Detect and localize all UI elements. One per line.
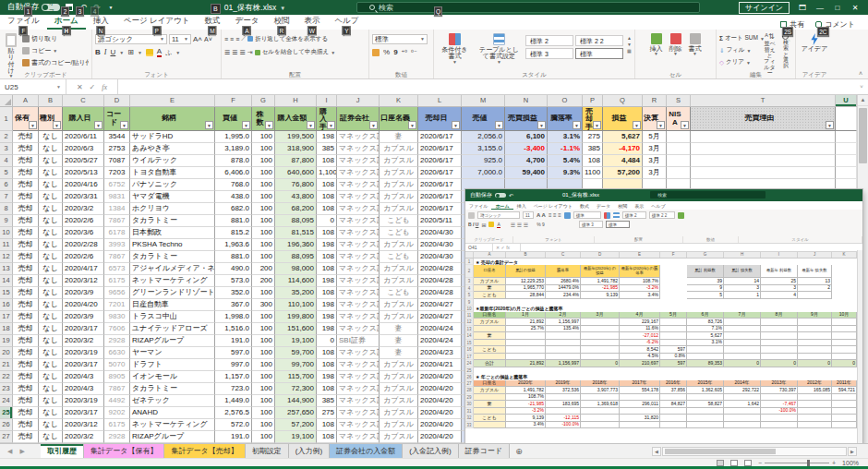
cell[interactable]: 490.0 (215, 263, 252, 275)
cell[interactable]: カブスル (380, 191, 418, 203)
cell[interactable]: 6175 (104, 275, 130, 287)
cell[interactable]: 2020/3/9 (63, 311, 104, 323)
cell[interactable]: 2020/4/27 (418, 311, 462, 323)
ribbon-tab-データ[interactable]: データA (227, 14, 266, 30)
qat-customize-icon[interactable]: ▼ (106, 3, 115, 12)
column-header-T[interactable]: T (691, 95, 836, 106)
cell[interactable]: なし (39, 323, 63, 335)
table-header-銘柄[interactable]: 銘柄▼ (130, 107, 215, 131)
cell[interactable]: なし (39, 335, 63, 347)
column-header-J[interactable]: J (337, 95, 380, 106)
cell[interactable]: ネットマーケティング (130, 419, 215, 431)
cell[interactable]: 100 (252, 371, 275, 383)
cell[interactable]: 売却 (13, 239, 39, 251)
cell[interactable]: ANAHD (130, 407, 215, 419)
cell[interactable]: なし (39, 359, 63, 371)
cell[interactable]: 2,576.5 (215, 407, 252, 419)
cell[interactable]: 1384 (104, 203, 130, 215)
cell[interactable]: 925.0 (462, 155, 505, 167)
cell[interactable]: マネックス証 (337, 419, 380, 431)
cell[interactable]: 2,056.0 (462, 131, 505, 143)
cell[interactable]: なし (39, 311, 63, 323)
italic-icon[interactable]: I (104, 48, 107, 56)
cell[interactable]: 7087 (104, 155, 130, 167)
insert-cells-button[interactable]: 挿入▼ (648, 32, 665, 58)
cell[interactable]: 7203 (104, 167, 130, 179)
cell[interactable]: なし (39, 275, 63, 287)
cell[interactable]: 0 (317, 215, 337, 227)
grow-font-icon[interactable]: A˄ (193, 35, 202, 43)
cell[interactable]: 198 (317, 311, 337, 323)
row-header[interactable]: 27 (0, 431, 13, 443)
cell[interactable]: 2020/3/9 (63, 287, 104, 299)
cell[interactable]: 7867 (104, 383, 130, 395)
close-button[interactable]: ✕ (850, 4, 860, 12)
cell[interactable]: 108 (317, 263, 337, 275)
cell[interactable]: 売却 (13, 155, 39, 167)
cell[interactable]: 売却 (13, 311, 39, 323)
cell[interactable]: 2020/4/28 (418, 263, 462, 275)
cell[interactable]: 640,600 (275, 167, 317, 179)
cell[interactable]: 3月 (643, 167, 667, 179)
cell[interactable]: 9831 (104, 191, 130, 203)
cell[interactable]: 5070 (104, 359, 130, 371)
cell[interactable]: 売却 (13, 167, 39, 179)
cell[interactable]: 1100 (583, 167, 603, 179)
filter-icon[interactable]: ▼ (657, 121, 665, 129)
cell[interactable]: 275 (583, 131, 603, 143)
cell[interactable]: 100 (252, 239, 275, 251)
cell[interactable]: 352.0 (215, 287, 252, 299)
fill-color-icon[interactable] (146, 49, 153, 56)
cell[interactable]: 2020/6/17 (418, 167, 462, 179)
zoom-slider[interactable]: −+ (758, 460, 836, 466)
column-header-D[interactable]: D (104, 95, 130, 106)
cell[interactable]: 881.0 (215, 251, 252, 263)
table-header-売却日[interactable]: 売却日▼ (418, 107, 462, 131)
cell[interactable]: 2020/5/13 (63, 167, 104, 179)
comment-button[interactable]: コメント 2C (815, 19, 855, 30)
shrink-font-icon[interactable]: A˅ (204, 36, 212, 42)
cell[interactable]: 2928 (104, 431, 130, 443)
cell[interactable]: 3月 (643, 143, 667, 155)
cell[interactable]: ユナイテッドアローズ (130, 323, 215, 335)
cell[interactable]: カブスル (380, 155, 418, 167)
align-top-icon[interactable]: ≡ (224, 36, 228, 42)
cell[interactable]: 68,200 (275, 203, 317, 215)
filter-icon[interactable]: ▼ (573, 121, 581, 129)
cell[interactable]: 191.0 (215, 431, 252, 443)
cell[interactable]: トラスコ中山 (130, 311, 215, 323)
normal-view-icon[interactable] (717, 460, 724, 466)
cell[interactable]: 100 (252, 311, 275, 323)
cell[interactable]: マネックス証 (337, 191, 380, 203)
cut-button[interactable]: 切り取り (22, 32, 89, 44)
cell[interactable]: 100 (252, 227, 275, 239)
cell[interactable]: 100 (252, 215, 275, 227)
table-header-証券会社[interactable]: 証券会社▼ (337, 107, 380, 131)
cell[interactable]: なし (39, 215, 63, 227)
cell[interactable]: ヤーマン (130, 347, 215, 359)
ribbon-tab-表示[interactable]: 表示W (296, 14, 327, 30)
cell[interactable]: カブスル (380, 239, 418, 251)
row-header[interactable]: 20 (0, 347, 13, 359)
cell[interactable]: 878.0 (215, 155, 252, 167)
cell[interactable]: 7606 (104, 323, 130, 335)
cell[interactable]: 2020/4/24 (418, 335, 462, 347)
cell[interactable]: 9202 (104, 407, 130, 419)
cell[interactable]: 売却 (13, 371, 39, 383)
decrease-decimal-icon[interactable]: ⁰⁻ (411, 49, 417, 56)
cell[interactable]: 6630 (104, 347, 130, 359)
cell[interactable]: 2020/4/17 (63, 263, 104, 275)
cell[interactable]: トヨタ自動車 (130, 167, 215, 179)
column-header-S[interactable]: S (667, 95, 691, 106)
table-header-騰落率[interactable]: 騰落率▼ (548, 107, 583, 131)
cell[interactable]: 売却 (13, 203, 39, 215)
cell[interactable]: なし (39, 167, 63, 179)
bold-icon[interactable]: B (95, 48, 101, 56)
cell[interactable]: 100 (252, 179, 275, 191)
row-header[interactable]: 6 (0, 179, 13, 191)
sheet-tab-(入金記入例)[interactable]: (入金記入例) (403, 444, 458, 458)
cell[interactable]: マネックス証 (337, 431, 380, 443)
table-header-買値[interactable]: 買値▼ (215, 107, 252, 131)
cell[interactable]: 3,189.0 (215, 143, 252, 155)
cell[interactable]: イオンモール (130, 371, 215, 383)
